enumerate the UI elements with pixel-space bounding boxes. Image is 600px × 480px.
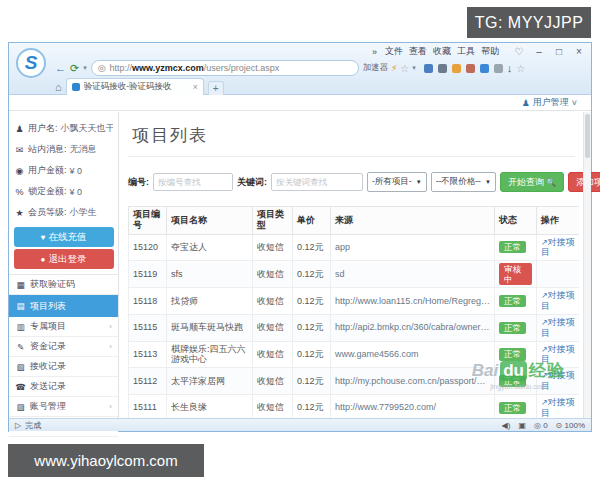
price-filter-select[interactable]: --不限价格--▼	[431, 172, 496, 192]
select-arrow-icon: ▼	[485, 179, 491, 185]
cell-project-id: 15115	[129, 315, 167, 342]
sidebar-item-funds-record[interactable]: ✎资金记录›	[9, 337, 118, 357]
logout-button[interactable]: ●退出登录	[14, 249, 114, 269]
download-icon[interactable]: ↓	[507, 62, 513, 74]
favorite-heart-icon[interactable]: ♡	[513, 46, 525, 57]
info-label: 用户金额:	[28, 164, 67, 177]
screenshot-root: TG: MYYJJPP www.yihaoylcom.com S » 文件查看收…	[0, 0, 600, 480]
logout-label: 退出登录	[48, 253, 86, 266]
sidebar-item-account-manage[interactable]: ▨账号管理›	[9, 397, 118, 417]
back-button[interactable]: ←	[55, 62, 66, 74]
reader-icon[interactable]	[424, 64, 433, 73]
send-record-icon: ☎	[15, 382, 26, 392]
info-value: 小学生	[70, 206, 97, 219]
sidebar-item-project-list[interactable]: ▤项目列表	[9, 295, 118, 317]
connect-project-link[interactable]: ↗对接项目	[541, 397, 575, 418]
menu-item-0[interactable]: 文件	[385, 46, 403, 56]
sidebar-item-exclusive-project[interactable]: ▥专属项目›	[9, 317, 118, 337]
info-value: ¥ 0	[70, 187, 83, 197]
vertical-scrollbar[interactable]	[583, 112, 591, 418]
sidebar-item-label: 专属项目	[30, 320, 105, 333]
filter-bar: 编号: 关键词: -所有项目-▼ --不限价格--▼ 开始查询🔍	[128, 170, 579, 194]
minimize-button[interactable]: –	[533, 46, 545, 57]
cell-status: 正常	[495, 394, 537, 418]
sidebar-item-receive-record[interactable]: ▧接收记录	[9, 357, 118, 377]
info-value: 小飘天天也干了	[61, 122, 113, 135]
connect-project-link[interactable]: ↗对接项目	[541, 290, 575, 311]
scrollbar-thumb[interactable]	[585, 114, 590, 158]
connect-project-link[interactable]: ↗对接项目	[541, 237, 575, 258]
cell-price: 0.12元	[293, 234, 331, 261]
menu-item-4[interactable]: 帮助	[481, 46, 499, 56]
sidebar-item-captcha[interactable]: ▦获取验证码	[9, 275, 118, 295]
user-management-menu[interactable]: ♟ 用户管理 ˅	[522, 96, 577, 109]
cell-project-name: 长生良缘	[167, 394, 253, 418]
toolbar-extensions	[424, 64, 503, 73]
connect-project-link[interactable]: ↗对接项目	[541, 370, 575, 391]
camera-icon[interactable]: ▣	[518, 421, 526, 430]
url-text: http://www.yzmcx.com/users/project.aspx	[110, 63, 280, 73]
page-content: ♟ 用户管理 ˅ ♟用户名: 小飘天天也干了✉站内消息: 无消息◉用户金额: ¥…	[9, 95, 591, 418]
settings-icon[interactable]	[494, 64, 503, 73]
captcha-icon: ▦	[15, 280, 26, 290]
table-row: 15112太平洋家居网收短信0.12元http://my.pchouse.com…	[129, 368, 580, 395]
cell-project-type: 收短信	[253, 234, 293, 261]
level-icon: ★	[14, 208, 25, 218]
search-button[interactable]: 开始查询🔍	[500, 172, 564, 192]
connect-project-link[interactable]: ↗对接项目	[541, 344, 575, 365]
sidebar: ♟用户名: 小飘天天也干了✉站内消息: 无消息◉用户金额: ¥ 0%锁定金额: …	[9, 112, 119, 418]
menu-item-3[interactable]: 工具	[457, 46, 475, 56]
external-link-icon: ↗	[541, 345, 548, 354]
zoom-level[interactable]: ⊙ 100%	[556, 421, 585, 430]
page-title: 项目列表	[132, 124, 208, 147]
refresh-button[interactable]: ⟳	[70, 62, 79, 75]
new-tab-button[interactable]: +	[208, 81, 224, 95]
menu-item-2[interactable]: 收藏	[433, 46, 451, 56]
tab-active[interactable]: 验证码接收-验证码接收 ×	[66, 78, 204, 95]
comment-count[interactable]: ◎ 0	[534, 421, 548, 430]
table-row: 15115斑马顺车斑马快跑收短信0.12元http://api2.bmkp.cn…	[129, 315, 580, 342]
title-divider	[128, 156, 575, 157]
status-badge: 正常	[499, 295, 526, 307]
maximize-button[interactable]: □	[553, 46, 565, 57]
project-type-select[interactable]: -所有项目-▼	[367, 172, 427, 192]
content-body: ♟用户名: 小飘天天也干了✉站内消息: 无消息◉用户金额: ¥ 0%锁定金额: …	[9, 112, 583, 418]
cell-status: 正常	[495, 234, 537, 261]
browser-logo-icon[interactable]: S	[16, 48, 46, 78]
address-bar[interactable]: ◎ http://www.yzmcx.com/users/project.asp…	[91, 60, 359, 76]
sidebar-item-send-record[interactable]: ☎发送记录	[9, 377, 118, 397]
speaker-icon[interactable]: ◀)	[502, 421, 511, 430]
user-info-line: ◉用户金额: ¥ 0	[14, 160, 113, 181]
col-header-0: 项目编号	[129, 207, 167, 235]
funds-record-icon: ✎	[15, 342, 26, 352]
accel-dropdown-icon[interactable]: ▾	[412, 64, 416, 72]
cell-project-type: 收短信	[253, 288, 293, 315]
favorites-star-icon[interactable]: ☆	[516, 63, 525, 74]
keyword-input[interactable]	[271, 173, 363, 191]
recharge-button[interactable]: ♥在线充值	[14, 227, 114, 247]
cell-price: 0.12元	[293, 288, 331, 315]
status-badge: 正常	[499, 241, 526, 253]
menu-more-icon[interactable]: »	[372, 47, 377, 57]
tab-close-icon[interactable]: ×	[193, 82, 198, 92]
connect-project-link[interactable]: ↗对接项目	[541, 317, 575, 338]
home-icon[interactable]: ⌂	[55, 81, 62, 93]
pointer-icon[interactable]	[466, 64, 475, 73]
qq-icon[interactable]	[480, 64, 489, 73]
accelerator-control[interactable]: 加速器 ⚡ ☆ ▾	[363, 62, 416, 74]
close-button[interactable]: ×	[573, 46, 585, 57]
info-label: 站内消息:	[28, 143, 67, 156]
table-row: 15111长生良缘收短信0.12元http://www.7799520.com/…	[129, 394, 580, 418]
number-input[interactable]	[153, 173, 233, 191]
cell-price: 0.12元	[293, 261, 331, 288]
cell-project-type: 收短信	[253, 368, 293, 395]
menu-item-1[interactable]: 查看	[409, 46, 427, 56]
chevron-right-icon: ›	[109, 402, 112, 411]
key-icon[interactable]	[452, 64, 461, 73]
user-info-line: ★会员等级: 小学生	[14, 202, 113, 223]
status-badge: 审核中	[499, 263, 532, 285]
browser-toolbar: ← ⟳ ▾ ◎ http://www.yzmcx.com/users/proje…	[55, 58, 585, 78]
nav-dropdown-icon[interactable]: ▾	[83, 64, 87, 72]
bookmark-star-icon[interactable]: ☆	[400, 63, 409, 74]
glasses-icon[interactable]	[438, 64, 447, 73]
